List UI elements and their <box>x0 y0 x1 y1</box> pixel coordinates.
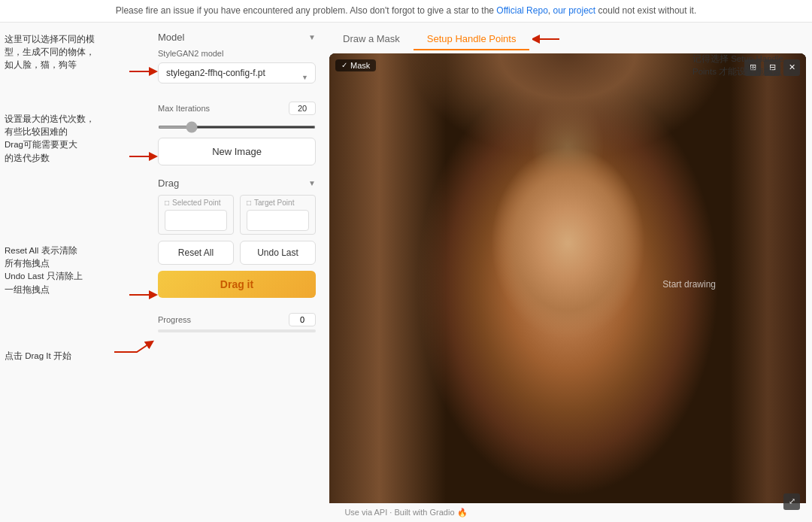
reset-undo-row: Reset All Undo Last <box>158 241 316 265</box>
annotation-dragit: 点击 Drag It 开始 <box>5 350 110 363</box>
progress-value: 0 <box>289 313 316 326</box>
annotation-model: 这里可以选择不同的模型，生成不同的物体，如人脸，猫，狗等 <box>5 33 144 72</box>
selected-point-label: Selected Point <box>165 199 227 207</box>
control-panel: Model ▼ StyleGAN2 model stylegan2-ffhq-c… <box>150 23 323 522</box>
target-point-label: Target Point <box>247 199 309 207</box>
face-background <box>329 53 806 516</box>
model-select-wrapper: stylegan2-ffhq-config-f.pt <box>158 62 316 93</box>
model-section-header: Model ▼ <box>158 32 316 43</box>
iterations-label: Max Iterations <box>158 104 210 113</box>
tab-setup-handle[interactable]: Setup Handle Points <box>414 29 530 50</box>
annotation-area: 这里可以选择不同的模型，生成不同的物体，如人脸，猫，狗等 设置最大的迭代次数，有… <box>0 23 150 522</box>
drag-header: Drag ▼ <box>158 178 316 189</box>
progress-label: Progress <box>158 315 191 324</box>
iterations-row: Max Iterations 20 <box>158 102 316 115</box>
face-image-area: Start drawing <box>329 53 806 516</box>
notice-bar: Please fire an issue if you have encount… <box>0 0 812 23</box>
drag-dropdown-arrow: ▼ <box>308 179 316 187</box>
iterations-slider[interactable] <box>158 126 316 129</box>
progress-bar-background <box>158 329 316 332</box>
drag-it-button[interactable]: Drag it <box>158 271 316 298</box>
undo-last-button[interactable]: Undo Last <box>240 241 316 265</box>
notice-text: Please fire an issue if you have encount… <box>116 5 497 16</box>
fire-emoji: 🔥 <box>457 508 468 517</box>
expand-button[interactable]: ⤢ <box>783 493 800 510</box>
iterations-value: 20 <box>289 102 316 115</box>
notice-suffix: could not exist without it. <box>598 5 697 16</box>
annotation-iterations: 设置最大的迭代次数，有些比较困难的Drag可能需要更大的迭代步数 <box>5 113 144 165</box>
target-point-box: Target Point <box>240 195 316 235</box>
points-row: Selected Point Target Point <box>158 195 316 235</box>
selected-point-input <box>165 210 227 231</box>
target-point-input <box>247 210 309 231</box>
model-dropdown-arrow: ▼ <box>308 33 316 41</box>
mask-badge: Mask <box>335 59 376 71</box>
model-select[interactable]: stylegan2-ffhq-config-f.pt <box>158 62 316 83</box>
official-repo-link[interactable]: Official Repo <box>496 5 547 16</box>
new-image-button[interactable]: New Image <box>158 138 316 165</box>
selected-point-box: Selected Point <box>158 195 234 235</box>
stylegan2-label: StyleGAN2 model <box>158 49 316 58</box>
project-link[interactable]: our project <box>553 5 595 16</box>
arrow-dragit <box>114 337 156 360</box>
tabs-row: Draw a Mask Setup Handle Points <box>329 29 806 50</box>
footer-separator: · <box>389 508 392 517</box>
annotation-setup-handle: 记得选择 Setup HandlePoints 才能设置拖拽点 <box>692 53 809 79</box>
footer: Use via API · Built with Gradio 🔥 <box>0 503 812 522</box>
api-link[interactable]: Use via API <box>344 508 387 517</box>
drag-section: Drag ▼ Selected Point Target Point Reset… <box>158 178 316 307</box>
arrow-setup-handle <box>532 32 562 47</box>
image-panel: Draw a Mask Setup Handle Points Mask ⊞ ⊟… <box>323 23 812 522</box>
annotation-reset: Reset All 表示清除所有拖拽点Undo Last 只清除上一组拖拽点 <box>5 244 140 296</box>
progress-row: Progress 0 <box>158 313 316 326</box>
image-container: Mask ⊞ ⊟ ✕ ⤢ <box>329 53 806 516</box>
drag-label: Drag <box>158 178 179 189</box>
model-label: Model <box>158 32 184 43</box>
main-layout: 这里可以选择不同的模型，生成不同的物体，如人脸，猫，狗等 设置最大的迭代次数，有… <box>0 23 812 522</box>
tab-draw-mask[interactable]: Draw a Mask <box>329 29 414 50</box>
built-with: Built with Gradio <box>394 508 454 517</box>
reset-all-button[interactable]: Reset All <box>158 241 234 265</box>
